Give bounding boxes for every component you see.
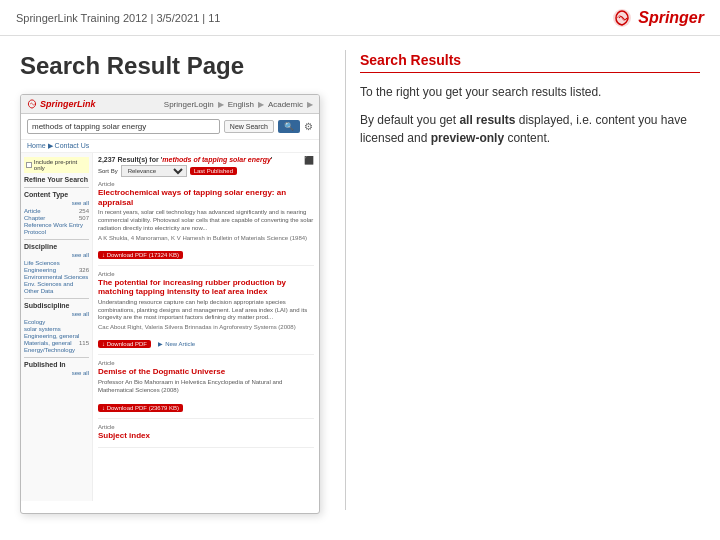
filter-env-other[interactable]: Env. Sciences and	[24, 281, 89, 287]
article-type: Article	[98, 181, 314, 187]
mockup-include-checkbox[interactable]	[26, 162, 32, 168]
nav-academic: Academic	[268, 100, 303, 109]
article-abstract: Professor An Bio Mahoraam in Helvetica E…	[98, 379, 314, 395]
para2-suffix: content.	[504, 131, 550, 145]
article-title[interactable]: The potential for increasing rubber prod…	[98, 278, 314, 297]
new-article-link[interactable]: ▶ New Article	[158, 341, 195, 347]
breadcrumb-home[interactable]: Home	[27, 142, 46, 149]
breadcrumb-contact[interactable]: Contact Us	[55, 142, 90, 149]
download-button[interactable]: ↓ Download PDF	[98, 340, 151, 348]
right-panel: Search Results To the right you get your…	[350, 52, 700, 524]
mockup-search-button[interactable]: 🔍	[278, 120, 300, 133]
sort-select[interactable]: Relevance Last Published	[121, 165, 187, 177]
results-query: methods of tapping solar energy	[162, 156, 271, 163]
mockup-results-area: Include pre-print only Refine Your Searc…	[21, 153, 319, 501]
mockup-see-all-content[interactable]: see all	[24, 200, 89, 206]
sort-label: Sort By	[98, 168, 118, 174]
article-title[interactable]: Electrochemical ways of tapping solar en…	[98, 188, 314, 207]
mockup-results-list: ⬛ 2,237 Result(s) for 'methods of tappin…	[93, 153, 319, 501]
filter-engineering[interactable]: Engineering326	[24, 267, 89, 273]
sort-bar: Sort By Relevance Last Published Last Pu…	[98, 165, 314, 177]
article-item: Article Subject index	[98, 424, 314, 448]
mockup-search-input[interactable]	[27, 119, 220, 134]
browser-mockup: SpringerLink SpringerLogin ▶ English ▶ A…	[20, 94, 320, 514]
filter-reference[interactable]: Reference Work Entry	[24, 222, 89, 228]
article-authors: Cac About Right, Valeria Silvera Brinnad…	[98, 324, 314, 330]
springer-logo-text: Springer	[638, 9, 704, 27]
article-item: Article Electrochemical ways of tapping …	[98, 181, 314, 266]
filter-protocol[interactable]: Protocol	[24, 229, 89, 235]
nav-login: SpringerLogin	[164, 100, 214, 109]
filter-env-sciences[interactable]: Environmental Sciences	[24, 274, 89, 280]
section-title: Search Results	[360, 52, 700, 73]
para2-bold: all results	[459, 113, 515, 127]
filter-life-sciences[interactable]: Life Sciences	[24, 260, 89, 266]
filter-ecology[interactable]: Ecology	[24, 319, 89, 325]
article-type: Article	[98, 360, 314, 366]
para2-bold2: preview-only	[431, 131, 504, 145]
mockup-published-section: Published In	[24, 357, 89, 368]
mockup-see-all-published[interactable]: see all	[24, 370, 89, 376]
results-count: 2,237 Result(s) for 'methods of tapping …	[98, 156, 314, 163]
article-type: Article	[98, 424, 314, 430]
article-item: Article Demise of the Dogmatic Universe …	[98, 360, 314, 419]
springer-logo-icon	[611, 7, 633, 29]
header-right: Springer	[611, 7, 704, 29]
vertical-divider	[345, 50, 346, 510]
filter-article[interactable]: Article254	[24, 208, 89, 214]
filter-chapter[interactable]: Chapter507	[24, 215, 89, 221]
mockup-see-all-discipline[interactable]: see all	[24, 252, 89, 258]
mockup-breadcrumb: Home ▶ Contact Us	[21, 140, 319, 153]
header: SpringerLink Training 2012 | 3/5/2021 | …	[0, 0, 720, 36]
article-abstract: Understanding resource capture can help …	[98, 299, 314, 322]
mockup-settings-icon[interactable]: ⚙	[304, 121, 313, 132]
mockup-include-row: Include pre-print only	[24, 157, 89, 173]
filter-materials[interactable]: Materials, general115	[24, 340, 89, 346]
breadcrumb: SpringerLink Training 2012 | 3/5/2021 | …	[16, 12, 220, 24]
mockup-search-area: New Search 🔍 ⚙	[21, 114, 319, 140]
mockup-see-all-subdiscipline[interactable]: see all	[24, 311, 89, 317]
mockup-header: SpringerLink SpringerLogin ▶ English ▶ A…	[21, 95, 319, 114]
filter-energy[interactable]: Energy/Technology	[24, 347, 89, 353]
rss-icon: ⬛	[304, 156, 314, 165]
article-title[interactable]: Demise of the Dogmatic Universe	[98, 367, 314, 377]
mockup-nav-links: SpringerLogin ▶ English ▶ Academic ▶	[164, 100, 313, 109]
nav-language: English	[228, 100, 254, 109]
left-panel: Search Result Page SpringerLink Springer…	[20, 52, 330, 524]
mockup-logo-area: SpringerLink	[27, 99, 96, 109]
springer-logo: Springer	[611, 7, 704, 29]
page-title: Search Result Page	[20, 52, 330, 80]
download-button[interactable]: ↓ Download PDF (17324 KB)	[98, 251, 183, 259]
mockup-logo-text: SpringerLink	[40, 99, 96, 109]
article-title[interactable]: Subject index	[98, 431, 314, 441]
mockup-refine-title: Refine Your Search	[24, 176, 89, 183]
article-abstract: In recent years, solar cell technology h…	[98, 209, 314, 232]
description-paragraph-1: To the right you get your search results…	[360, 83, 700, 101]
main-content: Search Result Page SpringerLink Springer…	[0, 36, 720, 540]
article-item: Article The potential for increasing rub…	[98, 271, 314, 356]
mockup-subdiscipline-section: Subdiscipline	[24, 298, 89, 309]
filter-other[interactable]: Other Data	[24, 288, 89, 294]
mockup-sidebar: Include pre-print only Refine Your Searc…	[21, 153, 93, 501]
sort-active-label[interactable]: Last Published	[190, 167, 237, 175]
mockup-include-label: Include pre-print only	[34, 159, 87, 171]
mockup-discipline-section: Discipline	[24, 239, 89, 250]
article-authors: A K Shukla, 4 Manoraman, K V Hamesh in B…	[98, 235, 314, 241]
filter-eng-general[interactable]: Engineering, general	[24, 333, 89, 339]
article-type: Article	[98, 271, 314, 277]
mockup-springer-icon	[27, 99, 37, 109]
mockup-new-search-button[interactable]: New Search	[224, 120, 274, 133]
para2-prefix: By default you get	[360, 113, 459, 127]
mockup-content-type-section: Content Type	[24, 187, 89, 198]
filter-solar[interactable]: solar systems	[24, 326, 89, 332]
description-paragraph-2: By default you get all results displayed…	[360, 111, 700, 147]
download-button[interactable]: ↓ Download PDF (23679 KB)	[98, 404, 183, 412]
